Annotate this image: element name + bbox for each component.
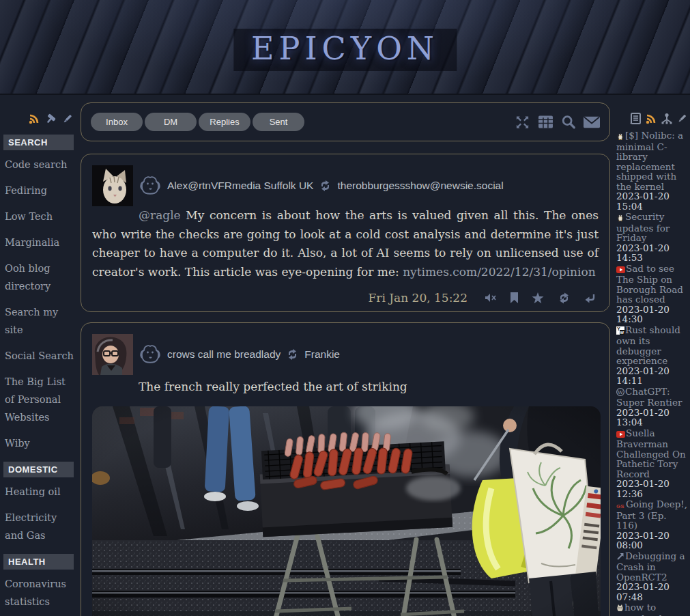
bookmark-icon[interactable] <box>510 292 519 303</box>
post-recipient-handle[interactable]: Frankie <box>304 348 340 361</box>
announce-boost-icon <box>319 180 332 191</box>
sidebar-link-wiby[interactable]: Wiby <box>3 434 74 452</box>
newswire-rss-icon[interactable] <box>645 113 657 125</box>
edit-newswire-pen-icon[interactable] <box>676 113 688 125</box>
newswire-date: 2023-01-20 14:11 <box>616 366 688 386</box>
cat-icon <box>616 604 624 614</box>
sidebar-link-search-my-site[interactable]: Search my site <box>3 303 74 339</box>
sidebar-link-heating-oil[interactable]: Heating oil <box>3 483 74 501</box>
youtube-icon <box>616 265 625 275</box>
newswire-item: Debugging a Crash in OpenRCT2 2023-01-20… <box>616 551 688 602</box>
newswire-date: 2023-01-20 13:04 <box>616 408 688 428</box>
svg-text:GS: GS <box>616 503 624 509</box>
newswire-item: Sad to see The Ship on Borough Road has … <box>616 264 688 324</box>
sidebar-header-search: SEARCH <box>3 135 74 150</box>
table-view-icon[interactable] <box>538 115 554 129</box>
newswire-item: Security updates for Friday 2023-01-20 1… <box>616 212 688 263</box>
newswire-sidebar: [$] Nolibc: a minimal C-library replacem… <box>616 113 688 616</box>
newswire-date: 2023-01-20 14:53 <box>616 243 688 263</box>
sidebar-header-health: HEALTH <box>3 554 74 570</box>
newswire-item: how to completely own an airline in 3 <box>616 602 688 616</box>
newswire-title[interactable]: ChatGPT: Super Rentier <box>616 386 682 408</box>
new-post-pen-icon[interactable] <box>61 113 74 125</box>
sidebar-header-domestic: DOMESTIC <box>3 462 74 477</box>
instance-title: EPICYON <box>233 29 457 71</box>
sidebar-link-big-list-personal-websites[interactable]: The Big List of Personal Websites <box>3 373 74 426</box>
lwn-icon <box>616 132 624 142</box>
newswire-item: Suella Braverman Challenged On Pathetic … <box>616 428 688 499</box>
newswire-title[interactable]: Rust should own its debugger experience <box>616 324 680 367</box>
gs-icon: GS <box>616 501 625 511</box>
sidebar-link-coronavirus-statistics[interactable]: Coronavirus statistics <box>3 575 74 611</box>
sidebar-link-code-search[interactable]: Code search <box>3 156 74 173</box>
tab-dm[interactable]: DM <box>145 113 197 131</box>
announce-boost-icon <box>286 349 299 360</box>
newswire-title[interactable]: Debugging a Crash in OpenRCT2 <box>616 550 685 583</box>
edit-links-hammer-icon[interactable] <box>44 113 57 125</box>
tab-sent[interactable]: Sent <box>253 113 304 131</box>
reply-icon[interactable] <box>584 293 596 303</box>
epicyon-dog-icon <box>139 344 162 365</box>
post-text: The french really perfected the art of s… <box>139 380 407 393</box>
post-author-handle[interactable]: crows call me breadlady <box>167 348 281 361</box>
sidebar-link-fediring[interactable]: Fediring <box>3 182 74 199</box>
timeline: Inbox DM Replies Sent <box>81 102 610 616</box>
newswire-title[interactable]: how to completely own an airline in 3 <box>616 602 683 616</box>
timeline-tabbar: Inbox DM Replies Sent <box>81 102 610 141</box>
sidebar-link-ooh-blog-directory[interactable]: Ooh blog directory <box>3 260 74 295</box>
newswire-date: 2023-01-20 15:04 <box>616 191 688 211</box>
newswire-title[interactable]: Sad to see The Ship on Borough Road has … <box>616 263 683 305</box>
mention-link[interactable]: @ragle <box>139 208 181 222</box>
epicyon-app: EPICYON SEARCH Code search Fediring Low … <box>0 0 690 616</box>
star-like-icon[interactable] <box>532 292 544 304</box>
sidebar-link-marginalia[interactable]: Marginalia <box>3 234 74 251</box>
newswire-date: 2023-01-20 08:00 <box>616 531 688 550</box>
repeat-boost-icon[interactable] <box>557 292 571 304</box>
banner-image[interactable]: EPICYON <box>0 0 690 95</box>
newswire-item: YwRust should own its debugger experienc… <box>616 325 688 386</box>
rss-feed-icon[interactable] <box>28 113 40 125</box>
newswire-date: 2023-01-20 07:48 <box>616 582 688 602</box>
external-arrow-icon <box>616 552 624 563</box>
yewtube-icon: Yw <box>616 326 624 337</box>
post: Alex@rtnVFRmedia Suffolk UK therobburges… <box>81 154 610 312</box>
tab-inbox[interactable]: Inbox <box>91 113 143 131</box>
sidebar-link-social-search[interactable]: Social Search <box>3 347 74 365</box>
newswire-title[interactable]: Suella Braverman Challenged On Pathetic … <box>616 428 686 479</box>
svg-text:w: w <box>620 330 624 335</box>
expand-fullscreen-icon[interactable] <box>515 114 530 130</box>
youtube-icon <box>616 430 625 440</box>
newswire-item: [$] Nolibc: a minimal C-library replacem… <box>616 130 688 211</box>
sidebar-link-electricity-gas[interactable]: Electricity and Gas <box>3 509 74 544</box>
epicyon-dog-icon <box>139 175 162 197</box>
post-content: The french really perfected the art of s… <box>92 378 599 397</box>
post-content: @ragle My concern is about how the arts … <box>92 206 599 281</box>
newswire-date: 2023-01-20 14:30 <box>616 305 688 324</box>
newswire-history-icon[interactable] <box>630 113 642 125</box>
newswire-title[interactable]: Going Deep!, Part 3 (Ep. 116) <box>616 499 687 531</box>
newswire-title[interactable]: [$] Nolibc: a minimal C-library replacem… <box>616 130 683 192</box>
envelope-dm-icon[interactable] <box>584 116 600 128</box>
search-icon[interactable] <box>561 115 576 130</box>
tab-replies[interactable]: Replies <box>199 113 250 131</box>
post-image[interactable] <box>92 406 601 616</box>
post-timestamp[interactable]: Fri Jan 20, 15:22 <box>369 291 468 305</box>
lwn-icon <box>616 213 624 223</box>
links-sidebar: SEARCH Code search Fediring Low Tech Mar… <box>3 113 74 616</box>
avatar[interactable] <box>92 334 133 375</box>
post-external-link[interactable]: nytimes.com/2022/12/31/opinion <box>403 265 596 279</box>
newswire-item: GSGoing Deep!, Part 3 (Ep. 116) 2023-01-… <box>616 499 688 550</box>
sidebar-link-low-tech[interactable]: Low Tech <box>3 208 74 225</box>
svg-text:W: W <box>618 389 624 395</box>
post: crows call me breadlady Frankie The fren… <box>81 322 610 616</box>
shares-tree-icon[interactable] <box>661 113 673 125</box>
avatar[interactable] <box>92 165 133 206</box>
post-recipient-handle[interactable]: therobburgessshow@newsie.social <box>337 180 503 192</box>
newswire-item: WChatGPT: Super Rentier 2023-01-20 13:04 <box>616 387 688 428</box>
mute-icon[interactable] <box>485 293 497 303</box>
post-author-handle[interactable]: Alex@rtnVFRmedia Suffolk UK <box>167 180 313 192</box>
newswire-date: 2023-01-20 12:36 <box>616 479 688 499</box>
wordpress-icon: W <box>616 388 624 398</box>
